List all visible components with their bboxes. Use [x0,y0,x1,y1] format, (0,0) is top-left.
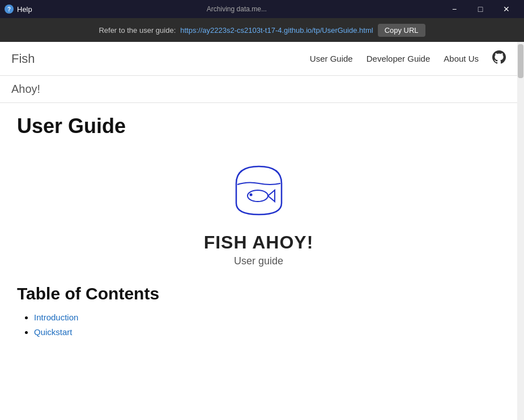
toc-item-quickstart: Quickstart [34,327,500,337]
page-content: Fish User Guide Developer Guide About Us… [0,42,524,420]
logo-subtitle: User guide [234,255,283,267]
nav-link-user-guide[interactable]: User Guide [310,54,353,63]
title-bar-center: Archiving data.me... [32,5,441,13]
main-content: User Guide FISH AHOY! User guide [0,103,517,353]
toc-link-quickstart[interactable]: Quickstart [34,327,73,337]
toc-item-introduction: Introduction [34,312,500,323]
fish-logo-svg [225,155,293,223]
close-button[interactable]: ✕ [493,0,519,18]
scrollbar-thumb[interactable] [518,44,523,78]
nav-links: User Guide Developer Guide About Us [310,50,506,67]
sub-heading: Ahoy! [0,76,517,103]
help-icon: ? [5,5,14,14]
nav-link-about-us[interactable]: About Us [444,54,479,63]
page-title: User Guide [17,114,500,138]
minimize-button[interactable]: − [441,0,467,18]
guide-url-link[interactable]: https://ay2223s2-cs2103t-t17-4.github.io… [180,26,373,35]
copy-url-button[interactable]: Copy URL [378,24,425,37]
window-title: Help [17,5,32,14]
title-bar: ? Help Archiving data.me... − □ ✕ [0,0,524,18]
title-center-text: Archiving data.me... [207,5,267,13]
nav-bar: Fish User Guide Developer Guide About Us [0,42,517,76]
svg-point-1 [249,194,252,196]
refer-text: Refer to the user guide: [99,26,176,35]
window-controls: − □ ✕ [441,0,519,18]
maximize-button[interactable]: □ [467,0,493,18]
nav-brand[interactable]: Fish [11,52,35,66]
nav-link-developer-guide[interactable]: Developer Guide [367,54,431,63]
logo-title: FISH AHOY! [204,232,314,253]
scrollbar[interactable] [517,42,524,420]
url-bar: Refer to the user guide: https://ay2223s… [0,18,524,42]
toc-list: Introduction Quickstart [17,312,500,337]
logo-container: FISH AHOY! User guide [17,155,500,267]
title-bar-left: ? Help [5,5,32,14]
toc-link-introduction[interactable]: Introduction [34,312,78,322]
toc-title: Table of Contents [17,284,500,303]
content-area: Fish User Guide Developer Guide About Us… [0,42,524,420]
github-icon[interactable] [492,50,506,67]
